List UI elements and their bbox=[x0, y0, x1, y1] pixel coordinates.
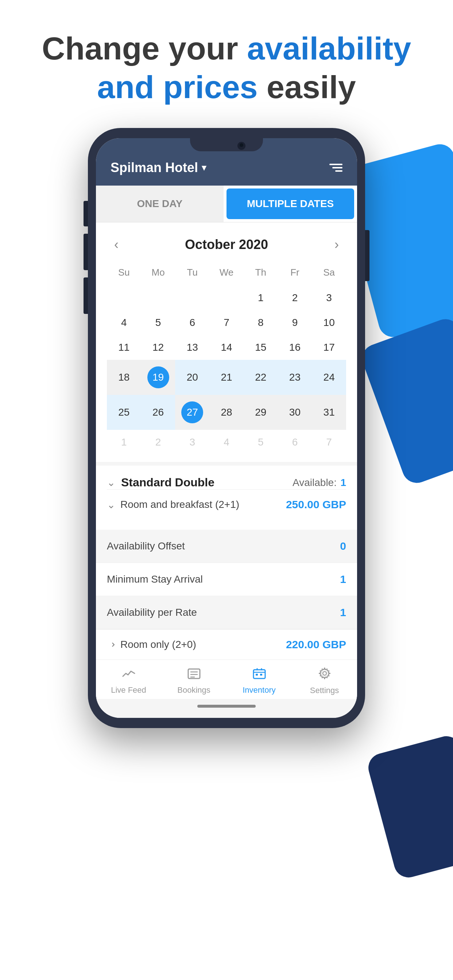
day-13[interactable]: 13 bbox=[175, 335, 209, 360]
hotel-name[interactable]: Spilman Hotel ▾ bbox=[110, 160, 206, 175]
prev-month-button[interactable]: ‹ bbox=[107, 237, 126, 252]
day-next-2: 2 bbox=[141, 430, 175, 455]
hero-text-2: easily bbox=[266, 69, 356, 105]
day-21[interactable]: 21 bbox=[209, 360, 244, 395]
availability-info: Available: 1 bbox=[292, 477, 346, 488]
tab-one-day[interactable]: ONE DAY bbox=[96, 186, 223, 222]
hotel-name-text: Spilman Hotel bbox=[110, 160, 198, 175]
phone-wrapper: Spilman Hotel ▾ ONE DAY MULTIPLE DATES ‹ bbox=[0, 128, 453, 728]
day-31[interactable]: 31 bbox=[312, 395, 346, 430]
rate-name-room-only: ⌄ Room only (2+0) bbox=[107, 639, 196, 651]
nav-bookings-label: Bookings bbox=[177, 686, 211, 695]
power-button bbox=[365, 230, 370, 281]
calendar-week-1: 1 2 3 bbox=[107, 285, 346, 310]
day-22[interactable]: 22 bbox=[244, 360, 278, 395]
day-4[interactable]: 4 bbox=[107, 310, 141, 335]
day-19[interactable]: 19 bbox=[141, 360, 175, 395]
info-section: Availability Offset 0 Minimum Stay Arriv… bbox=[96, 530, 357, 660]
day-3[interactable]: 3 bbox=[312, 285, 346, 310]
bottom-nav: Live Feed Bookings bbox=[96, 660, 357, 699]
day-15[interactable]: 15 bbox=[244, 335, 278, 360]
day-30[interactable]: 30 bbox=[278, 395, 312, 430]
day-header-fr: Fr bbox=[278, 263, 312, 282]
nav-settings-label: Settings bbox=[310, 686, 339, 695]
svg-rect-8 bbox=[256, 674, 258, 676]
next-month-button[interactable]: › bbox=[327, 237, 346, 252]
rate-row-room-only[interactable]: ⌄ Room only (2+0) 220.00 GBP bbox=[96, 629, 357, 660]
room-title-row: ⌄ Standard Double bbox=[107, 476, 214, 489]
live-feed-icon bbox=[122, 667, 135, 682]
rate-row-breakfast[interactable]: ⌄ Room and breakfast (2+1) 250.00 GBP bbox=[107, 489, 346, 520]
day-20[interactable]: 20 bbox=[175, 360, 209, 395]
day-26[interactable]: 26 bbox=[141, 395, 175, 430]
bookings-icon bbox=[187, 667, 201, 682]
day-25[interactable]: 25 bbox=[107, 395, 141, 430]
hero-highlight-1: availability bbox=[247, 30, 411, 66]
day-18[interactable]: 18 bbox=[107, 360, 141, 395]
day-empty-3 bbox=[175, 285, 209, 310]
day-19-circle: 19 bbox=[147, 366, 169, 388]
rate-price-room-only: 220.00 GBP bbox=[286, 638, 346, 651]
hero-highlight-2: and prices bbox=[97, 69, 257, 105]
minimum-stay-label: Minimum Stay Arrival bbox=[107, 573, 203, 585]
day-10[interactable]: 10 bbox=[312, 310, 346, 335]
day-1[interactable]: 1 bbox=[244, 285, 278, 310]
day-12[interactable]: 12 bbox=[141, 335, 175, 360]
calendar-grid: Su Mo Tu We Th Fr Sa 1 bbox=[107, 259, 346, 455]
room-name: Standard Double bbox=[121, 476, 214, 489]
nav-bookings[interactable]: Bookings bbox=[161, 667, 226, 695]
minimum-stay-value: 1 bbox=[340, 573, 346, 585]
day-next-5: 5 bbox=[244, 430, 278, 455]
day-headers-row: Su Mo Tu We Th Fr Sa bbox=[107, 259, 346, 285]
day-14[interactable]: 14 bbox=[209, 335, 244, 360]
availability-per-rate-label: Availability per Rate bbox=[107, 607, 197, 618]
phone-screen: Spilman Hotel ▾ ONE DAY MULTIPLE DATES ‹ bbox=[96, 138, 357, 718]
availability-offset-row[interactable]: Availability Offset 0 bbox=[96, 530, 357, 563]
day-16[interactable]: 16 bbox=[278, 335, 312, 360]
calendar-month-title: October 2020 bbox=[185, 237, 268, 252]
rate-name-breakfast: ⌄ Room and breakfast (2+1) bbox=[107, 499, 239, 511]
day-17[interactable]: 17 bbox=[312, 335, 346, 360]
hero-title: Change your availability and prices easi… bbox=[22, 29, 431, 106]
day-header-su: Su bbox=[107, 263, 141, 282]
hotel-chevron-icon: ▾ bbox=[202, 162, 206, 173]
volume-up-button bbox=[83, 201, 88, 226]
nav-live-feed[interactable]: Live Feed bbox=[96, 667, 161, 695]
day-empty-4 bbox=[209, 285, 244, 310]
rate-price-breakfast: 250.00 GBP bbox=[286, 498, 346, 511]
nav-inventory[interactable]: Inventory bbox=[226, 667, 292, 695]
availability-per-rate-row[interactable]: Availability per Rate 1 bbox=[96, 596, 357, 629]
tab-multiple-dates[interactable]: MULTIPLE DATES bbox=[226, 188, 354, 219]
nav-settings[interactable]: Settings bbox=[292, 667, 357, 695]
day-header-th: Th bbox=[244, 263, 278, 282]
day-27[interactable]: 27 bbox=[175, 395, 209, 430]
day-7[interactable]: 7 bbox=[209, 310, 244, 335]
day-8[interactable]: 8 bbox=[244, 310, 278, 335]
day-23[interactable]: 23 bbox=[278, 360, 312, 395]
day-2[interactable]: 2 bbox=[278, 285, 312, 310]
room-section: ⌄ Standard Double Available: 1 ⌄ Room an… bbox=[96, 466, 357, 530]
minimum-stay-row[interactable]: Minimum Stay Arrival 1 bbox=[96, 563, 357, 596]
tab-bar: ONE DAY MULTIPLE DATES bbox=[96, 186, 357, 223]
inventory-icon bbox=[253, 667, 266, 682]
day-11[interactable]: 11 bbox=[107, 335, 141, 360]
day-6[interactable]: 6 bbox=[175, 310, 209, 335]
day-9[interactable]: 9 bbox=[278, 310, 312, 335]
svg-rect-4 bbox=[254, 670, 265, 678]
day-5[interactable]: 5 bbox=[141, 310, 175, 335]
day-29[interactable]: 29 bbox=[244, 395, 278, 430]
day-24[interactable]: 24 bbox=[312, 360, 346, 395]
day-header-tu: Tu bbox=[175, 263, 209, 282]
day-empty-2 bbox=[141, 285, 175, 310]
nav-inventory-label: Inventory bbox=[242, 686, 276, 695]
room-header: ⌄ Standard Double Available: 1 bbox=[107, 476, 346, 489]
calendar-week-5: 25 26 27 28 29 30 31 bbox=[107, 395, 346, 430]
filter-button[interactable] bbox=[329, 164, 343, 172]
calendar-week-3: 11 12 13 14 15 16 17 bbox=[107, 335, 346, 360]
filter-line-1 bbox=[329, 164, 343, 165]
day-header-mo: Mo bbox=[141, 263, 175, 282]
available-count: 1 bbox=[340, 477, 346, 488]
room-chevron-icon[interactable]: ⌄ bbox=[107, 477, 115, 488]
day-28[interactable]: 28 bbox=[209, 395, 244, 430]
availability-offset-label: Availability Offset bbox=[107, 540, 185, 552]
